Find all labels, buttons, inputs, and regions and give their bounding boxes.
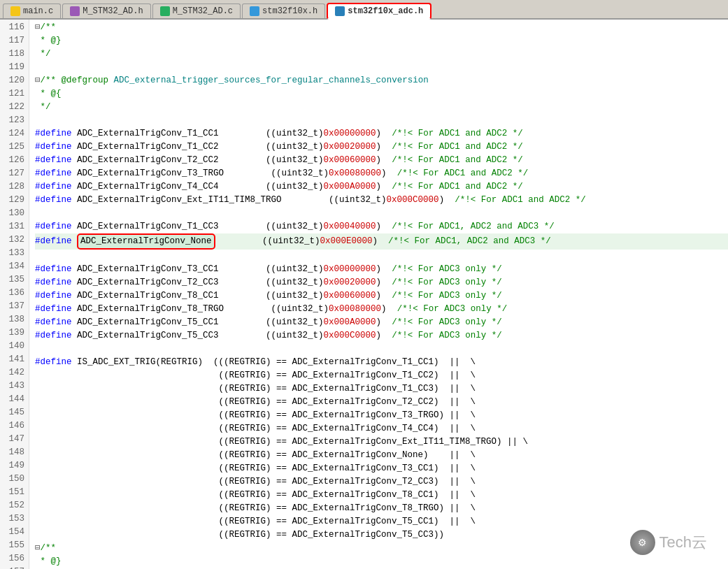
- line-num-131: 131: [4, 220, 24, 233]
- code-line-142: ((REGTRIG) == ADC_ExternalTrigConv_T1_CC…: [35, 369, 728, 382]
- code-line-116: ⊟/**: [35, 21, 728, 34]
- kw: #define: [35, 316, 77, 329]
- hex-value: 0x00060000: [324, 154, 376, 167]
- collapse-icon[interactable]: ⊟: [35, 21, 41, 34]
- line-num-130: 130: [4, 207, 24, 220]
- tab-icon-M_STM32_AD_h: [70, 6, 80, 16]
- line-num-123: 123: [4, 114, 24, 127]
- macro-continuation: ((REGTRIG) == ADC_ExternalTrigConv_T8_CC…: [35, 489, 476, 502]
- line-num-134: 134: [4, 260, 24, 273]
- line-num-146: 146: [4, 419, 24, 433]
- macro-name: ADC_ExternalTrigConv_T1_CC3: [77, 220, 219, 233]
- collapse-icon[interactable]: ⊟: [35, 74, 41, 87]
- tab-stm32f10x_adc_h[interactable]: stm32f10x_adc.h: [327, 3, 431, 20]
- macro-value-pad: ((uint32_t): [224, 303, 329, 316]
- line-num-143: 143: [4, 380, 24, 393]
- line-num-129: 129: [4, 194, 24, 207]
- line-num-141: 141: [4, 353, 24, 366]
- macro-name: ADC_ExternalTrigConv_Ext_IT11_TIM8_TRGO: [77, 194, 282, 207]
- line-comment: /*!< For ADC1 and ADC2 */: [381, 154, 523, 167]
- macro-body: (((REGTRIG) == ADC_ExternalTrigConv_T1_C…: [213, 356, 476, 369]
- macro-name: ADC_ExternalTrigConv_T4_CC4: [77, 180, 219, 194]
- hex-value: 0x000C0000: [387, 194, 439, 207]
- line-comment: /*!< For ADC1 and ADC2 */: [381, 180, 523, 194]
- macro-value-pad: ((uint32_t): [219, 127, 324, 141]
- macro-value-pad: ((uint32_t): [282, 194, 387, 207]
- macro-value-close: ): [439, 194, 445, 207]
- tab-M_STM32_AD_h[interactable]: M_STM32_AD.h: [62, 3, 150, 18]
- hex-value: 0x000C0000: [324, 329, 376, 343]
- macro-value-pad: ((uint32_t): [219, 180, 324, 194]
- code-line-126: #define ADC_ExternalTrigConv_T2_CC2 ((ui…: [35, 154, 728, 167]
- macro-value-pad: ((uint32_t): [219, 141, 324, 154]
- line-numbers: 1161171181191201211221231241251261271281…: [0, 20, 29, 569]
- macro-value-close: ): [376, 220, 382, 233]
- line-num-124: 124: [4, 127, 24, 141]
- code-line-121: * @{: [35, 87, 728, 101]
- macro-value-close: ): [373, 235, 378, 248]
- line-num-150: 150: [4, 473, 24, 486]
- comment-text: * @}: [35, 34, 62, 48]
- macro-value-close: ): [376, 329, 382, 343]
- hex-value: 0x00060000: [324, 289, 376, 303]
- macro-value-close: ): [381, 303, 387, 316]
- macro-continuation: ((REGTRIG) == ADC_ExternalTrigConv_Ext_I…: [35, 435, 528, 449]
- code-line-147: ((REGTRIG) == ADC_ExternalTrigConv_Ext_I…: [35, 435, 728, 449]
- line-num-136: 136: [4, 287, 24, 300]
- hex-value: 0x00080000: [329, 167, 381, 180]
- tab-icon-stm32f10x_adc_h: [335, 6, 345, 16]
- tab-label-M_STM32_AD_c: M_STM32_AD.c: [173, 6, 233, 16]
- hex-value: 0x000A0000: [324, 180, 376, 194]
- macro-value-close: ): [376, 180, 382, 194]
- line-num-157: 157: [4, 566, 24, 569]
- collapse-icon[interactable]: ⊟: [35, 542, 41, 555]
- kw: #define: [35, 289, 77, 303]
- line-num-149: 149: [4, 459, 24, 473]
- tab-stm32f10x_h[interactable]: stm32f10x.h: [242, 3, 325, 18]
- code-line-138: #define ADC_ExternalTrigConv_T5_CC1 ((ui…: [35, 316, 728, 329]
- kw: #define: [35, 303, 77, 316]
- kw: #define: [35, 356, 77, 369]
- code-content[interactable]: ⊟/** * @} */ ⊟/** @defgroup ADC_external…: [29, 20, 728, 569]
- hex-value: 0x000A0000: [324, 316, 376, 329]
- code-line-122: */: [35, 101, 728, 114]
- code-line-134: #define ADC_ExternalTrigConv_T3_CC1 ((ui…: [35, 263, 728, 276]
- line-num-152: 152: [4, 499, 24, 512]
- line-num-132: 132: [4, 233, 24, 247]
- code-line-125: #define ADC_ExternalTrigConv_T1_CC2 ((ui…: [35, 141, 728, 154]
- code-line-140: [35, 343, 728, 356]
- macro-value-pad: ((uint32_t): [224, 167, 329, 180]
- macro-value-pad: ((uint32_t): [219, 220, 324, 233]
- code-area: 1161171181191201211221231241251261271281…: [0, 20, 728, 569]
- code-line-131: #define ADC_ExternalTrigConv_T1_CC3 ((ui…: [35, 220, 728, 233]
- line-comment: /*!< For ADC3 only */: [381, 316, 502, 329]
- line-num-126: 126: [4, 154, 24, 167]
- code-line-143: ((REGTRIG) == ADC_ExternalTrigConv_T1_CC…: [35, 382, 728, 396]
- line-num-138: 138: [4, 313, 24, 326]
- code-line-123: [35, 114, 728, 127]
- code-line-127: #define ADC_ExternalTrigConv_T3_TRGO ((u…: [35, 167, 728, 180]
- comment-text: * @{: [35, 87, 62, 101]
- tab-M_STM32_AD_c[interactable]: M_STM32_AD.c: [152, 3, 241, 18]
- code-line-124: #define ADC_ExternalTrigConv_T1_CC1 ((ui…: [35, 127, 728, 141]
- code-line-153: ((REGTRIG) == ADC_ExternalTrigConv_T5_CC…: [35, 515, 728, 528]
- tab-label-stm32f10x_h: stm32f10x.h: [262, 6, 317, 16]
- tab-main_c[interactable]: main.c: [3, 3, 61, 18]
- defgroup-name: ADC_external_trigger_sources_for_regular…: [114, 74, 429, 87]
- macro-name: ADC_ExternalTrigConv_T1_CC1: [77, 127, 219, 141]
- tab-label-M_STM32_AD_h: M_STM32_AD.h: [83, 6, 143, 16]
- line-num-137: 137: [4, 300, 24, 313]
- line-num-117: 117: [4, 34, 24, 48]
- macro-name: ADC_ExternalTrigConv_T8_CC1: [77, 289, 219, 303]
- line-num-140: 140: [4, 340, 24, 353]
- comment-text: */: [35, 48, 51, 61]
- code-line-135: #define ADC_ExternalTrigConv_T2_CC3 ((ui…: [35, 276, 728, 289]
- line-num-156: 156: [4, 552, 24, 566]
- code-line-132: #define ADC_ExternalTrigConv_None ((uint…: [35, 233, 728, 250]
- kw: #define: [35, 180, 77, 194]
- code-line-152: ((REGTRIG) == ADC_ExternalTrigConv_T8_TR…: [35, 502, 728, 515]
- hex-value: 0x000E0000: [320, 235, 373, 248]
- line-comment: /*!< For ADC1 and ADC2 */: [387, 167, 529, 180]
- line-num-121: 121: [4, 87, 24, 101]
- macro-name: ADC_ExternalTrigConv_T3_CC1: [77, 263, 219, 276]
